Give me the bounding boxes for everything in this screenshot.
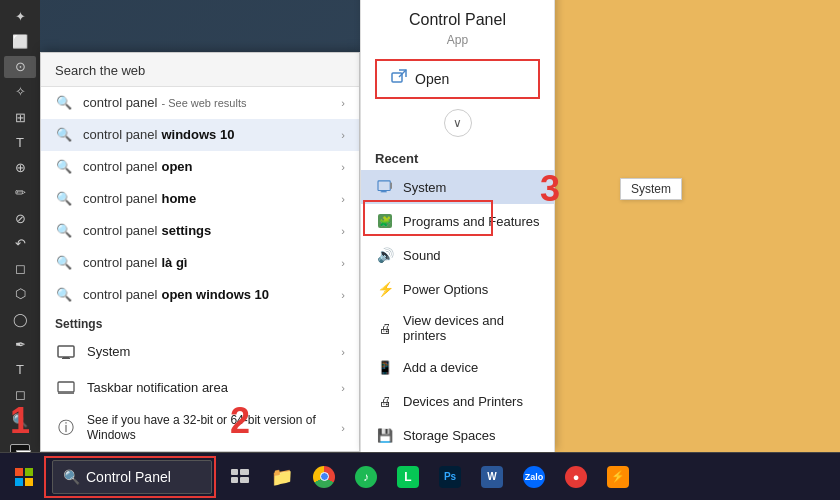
cp-chevron-down-area: ∨ [361,109,554,137]
result-bold: là gì [161,255,187,270]
search-result-cp-openwin10[interactable]: 🔍 control panel open windows 10 › [41,279,359,311]
taskbar-spotify[interactable]: ♪ [346,457,386,497]
cp-recent-view-devices-text: View devices and printers [403,313,540,343]
taskbar-search-box[interactable]: 🔍 Control Panel [52,460,212,494]
cp-recent-view-devices[interactable]: 🖨 View devices and printers [361,306,554,350]
search-result-cp-win10[interactable]: 🔍 control panel windows 10 › [41,119,359,151]
monitor-icon [55,341,77,363]
search-results-list: 🔍 control panel - See web results › 🔍 co… [41,87,359,311]
result-normal: control panel [83,223,157,238]
storage-icon: 💾 [375,425,395,445]
cp-recent-system[interactable]: System [361,170,554,204]
taskbar-line[interactable]: L [388,457,428,497]
chevron-right-icon: › [341,225,345,237]
cp-recent-add-device[interactable]: 📱 Add a device [361,350,554,384]
svg-rect-14 [25,468,33,476]
toolbar-text[interactable]: T [4,359,36,381]
svg-rect-20 [240,477,249,483]
svg-rect-7 [378,181,390,191]
taskbar-task-view[interactable] [220,457,260,497]
toolbar-heal[interactable]: ⊕ [4,157,36,179]
settings-item-taskbar-text: Taskbar notification area [87,380,341,395]
result-text: control panel settings [83,223,341,238]
settings-item-system[interactable]: System › [41,334,359,370]
power-icon: ⚡ [375,279,395,299]
cp-recent-label: Recent [361,147,554,170]
bg-app-overlay [530,0,840,460]
svg-rect-0 [58,346,74,357]
search-result-cp-home[interactable]: 🔍 control panel home › [41,183,359,215]
search-result-cp-settings[interactable]: 🔍 control panel settings › [41,215,359,247]
toolbar-move[interactable]: ✦ [4,5,36,27]
search-icon: 🔍 [55,126,73,144]
result-text: control panel home [83,191,341,206]
cp-recent-sound[interactable]: 🔊 Sound [361,238,554,272]
toolbar-select[interactable]: ⬜ [4,30,36,52]
result-text: control panel open windows 10 [83,287,341,302]
taskbar-zalo[interactable]: Zalo [514,457,554,497]
taskbar-word[interactable]: W [472,457,512,497]
result-bold: open windows 10 [161,287,269,302]
chevron-right-icon: › [341,346,345,358]
toolbar-eyedrop[interactable]: T [4,131,36,153]
search-result-cp-open[interactable]: 🔍 control panel open › [41,151,359,183]
toolbar-paint[interactable]: ⬡ [4,283,36,305]
result-normal: control panel [83,255,157,270]
search-result-cp-lagi[interactable]: 🔍 control panel là gì › [41,247,359,279]
label-2: 2 [230,400,250,442]
result-bold: home [161,191,196,206]
settings-item-bitinfo-text: See if you have a 32-bit or 64-bit versi… [87,413,341,444]
toolbar-magic[interactable]: ✧ [4,81,36,103]
cp-recent-power[interactable]: ⚡ Power Options [361,272,554,306]
search-icon: 🔍 [55,94,73,112]
cp-panel-title: Control Panel [361,0,554,33]
result-normal: control panel [83,191,157,206]
svg-rect-5 [392,73,402,82]
taskbar-app2[interactable]: ⚡ [598,457,638,497]
start-button[interactable] [0,453,48,501]
add-device-icon: 📱 [375,357,395,377]
cp-recent-power-text: Power Options [403,282,488,297]
settings-item-bitinfo[interactable]: ⓘ See if you have a 32-bit or 64-bit ver… [41,406,359,451]
toolbar-brush[interactable]: ✏ [4,182,36,204]
svg-rect-19 [231,477,238,483]
result-text: control panel open [83,159,341,174]
search-result-cp-web[interactable]: 🔍 control panel - See web results › [41,87,359,119]
taskbar-app1[interactable]: ● [556,457,596,497]
chevron-right-icon: › [341,422,345,434]
printer-icon: 🖨 [375,391,395,411]
result-normal: control panel [83,95,157,110]
toolbar-lasso[interactable]: ⊙ [4,56,36,78]
cp-expand-button[interactable]: ∨ [444,109,472,137]
svg-rect-15 [15,478,23,486]
taskbar-file-explorer[interactable]: 📁 [262,457,302,497]
taskbar-chrome[interactable] [304,457,344,497]
result-normal: control panel [83,287,157,302]
start-menu: Search the web 🔍 control panel - See web… [40,52,360,452]
cp-recent-storage[interactable]: 💾 Storage Spaces [361,418,554,452]
cp-recent-storage-text: Storage Spaces [403,428,496,443]
result-bold: windows 10 [161,127,234,142]
settings-item-taskbar[interactable]: Taskbar notification area › [41,370,359,406]
toolbar-dodge[interactable]: ◯ [4,308,36,330]
svg-rect-10 [390,183,392,189]
label-1: 1 [10,400,30,442]
toolbar-clone[interactable]: ⊘ [4,207,36,229]
svg-rect-16 [25,478,33,486]
cp-open-button[interactable]: Open [375,59,540,99]
result-bold: settings [161,223,211,238]
result-normal: control panel [83,159,157,174]
info-icon: ⓘ [55,417,77,439]
cp-recent-devices-printers[interactable]: 🖨 Devices and Printers [361,384,554,418]
system-tooltip: System [620,178,682,200]
toolbar-crop[interactable]: ⊞ [4,106,36,128]
cp-open-label: Open [415,71,449,87]
cp-recent-sound-text: Sound [403,248,441,263]
toolbar-history[interactable]: ↶ [4,232,36,254]
toolbar-eraser[interactable]: ◻ [4,258,36,280]
toolbar-pen[interactable]: ✒ [4,333,36,355]
taskbar-photoshop[interactable]: Ps [430,457,470,497]
svg-rect-13 [15,468,23,476]
taskbar-icons: 📁 ♪ L Ps W Zalo ● ⚡ [220,457,638,497]
cp-recent-programs[interactable]: 🧩 Programs and Features [361,204,554,238]
